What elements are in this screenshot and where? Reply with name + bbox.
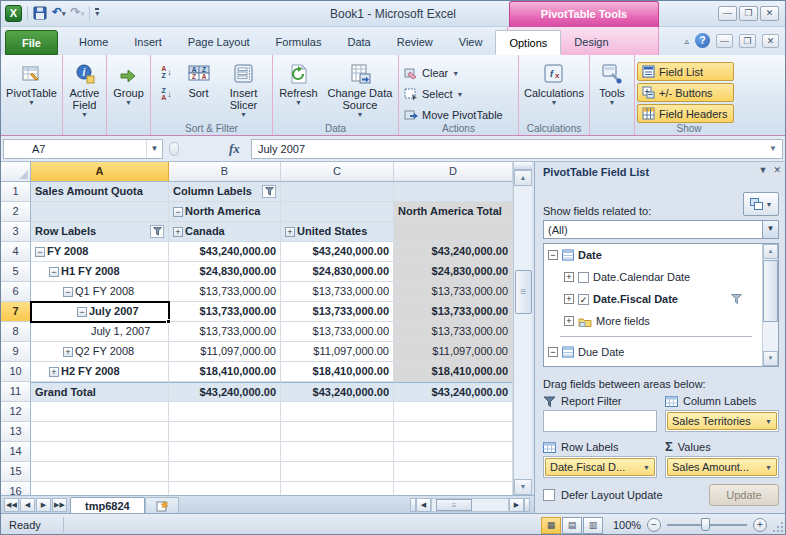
cell-C13[interactable] xyxy=(281,422,394,442)
expand-icon[interactable]: + xyxy=(564,294,574,304)
cell-C10[interactable]: $18,410,000.00 xyxy=(281,362,394,382)
cell-A10[interactable]: +H2 FY 2008 xyxy=(31,362,169,382)
cell-C15[interactable] xyxy=(281,462,394,482)
cell-A14[interactable] xyxy=(31,442,169,462)
dropdown-arrow-icon[interactable]: ▼ xyxy=(765,418,772,425)
sort-ascending-button[interactable]: AZ↓ xyxy=(156,62,178,82)
formula-input[interactable]: July 2007 xyxy=(251,139,783,159)
cell-A8[interactable]: July 1, 2007 xyxy=(31,322,169,342)
collapse-icon[interactable]: − xyxy=(35,247,45,257)
row-header-10[interactable]: 10 xyxy=(1,362,31,382)
select-button[interactable]: Select▼ xyxy=(401,85,506,103)
field-checkbox[interactable]: ✓ xyxy=(578,294,589,305)
horizontal-split-handle[interactable] xyxy=(524,498,530,512)
cell-B6[interactable]: $13,733,000.00 xyxy=(169,282,281,302)
column-header-D[interactable]: D xyxy=(394,162,513,182)
collapse-ribbon-icon[interactable]: ▵ xyxy=(684,36,689,46)
row-header-16[interactable]: 16 xyxy=(1,482,31,495)
collapse-icon[interactable]: − xyxy=(63,287,73,297)
move-pivottable-button[interactable]: Move PivotTable xyxy=(401,106,506,124)
column-header-C[interactable]: C xyxy=(281,162,394,182)
cell-C11[interactable]: $43,240,000.00 xyxy=(281,382,394,402)
column-header-B[interactable]: B xyxy=(169,162,281,182)
vertical-split-handle[interactable] xyxy=(514,162,532,170)
refresh-button[interactable]: Refresh ▼ xyxy=(275,58,322,106)
cell-A4[interactable]: −FY 2008 xyxy=(31,242,169,262)
field-chip-date-fiscal-d-[interactable]: Date.Fiscal D...▼ xyxy=(545,458,655,476)
cell-D1[interactable] xyxy=(394,182,513,202)
cell-D14[interactable] xyxy=(394,442,513,462)
tab-page-layout[interactable]: Page Layout xyxy=(175,30,263,55)
cell-C2[interactable] xyxy=(281,202,394,222)
row-header-2[interactable]: 2 xyxy=(1,202,31,222)
workbook-close-button[interactable]: ✕ xyxy=(762,34,779,48)
cell-D10[interactable]: $18,410,000.00 xyxy=(394,362,513,382)
previous-sheet-icon[interactable]: ◀ xyxy=(20,498,35,512)
cell-B12[interactable] xyxy=(169,402,281,422)
expand-icon[interactable]: + xyxy=(564,316,574,326)
expand-icon[interactable]: + xyxy=(63,347,73,357)
row-header-5[interactable]: 5 xyxy=(1,262,31,282)
row-header-4[interactable]: 4 xyxy=(1,242,31,262)
cell-B9[interactable]: $11,097,000.00 xyxy=(169,342,281,362)
tree-scroll-up-icon[interactable]: ▲ xyxy=(763,244,778,259)
formula-bar-splitter[interactable] xyxy=(169,142,179,156)
tab-file[interactable]: File xyxy=(5,30,58,55)
minimize-button[interactable]: — xyxy=(718,6,737,21)
sort-descending-button[interactable]: ZA↓ xyxy=(156,84,178,104)
cell-A1[interactable]: Sales Amount Quota xyxy=(31,182,169,202)
tab-design[interactable]: Design xyxy=(561,30,621,55)
row-header-14[interactable]: 14 xyxy=(1,442,31,462)
dropdown-arrow-icon[interactable]: ▼ xyxy=(643,464,650,471)
scroll-down-icon[interactable]: ▼ xyxy=(514,479,532,495)
vertical-scrollbar[interactable]: ▲ ▼ xyxy=(513,162,532,495)
cell-A2[interactable] xyxy=(31,202,169,222)
defer-layout-checkbox[interactable] xyxy=(543,489,555,501)
cell-A15[interactable] xyxy=(31,462,169,482)
field-tree-item-due-date[interactable]: −Due Date xyxy=(544,341,762,363)
close-button[interactable]: ✕ xyxy=(760,6,779,21)
cell-D9[interactable]: $11,097,000.00 xyxy=(394,342,513,362)
cell-C9[interactable]: $11,097,000.00 xyxy=(281,342,394,362)
select-all-corner[interactable] xyxy=(1,162,31,182)
expand-icon[interactable]: + xyxy=(173,227,183,237)
collapse-icon[interactable]: − xyxy=(77,307,87,317)
zoom-level[interactable]: 100% xyxy=(613,519,641,531)
first-sheet-icon[interactable]: ◀◀ xyxy=(4,498,19,512)
tab-home[interactable]: Home xyxy=(66,30,121,55)
next-sheet-icon[interactable]: ▶ xyxy=(36,498,51,512)
collapse-icon[interactable]: − xyxy=(173,207,183,217)
cell-D4[interactable]: $43,240,000.00 xyxy=(394,242,513,262)
resize-grip[interactable] xyxy=(771,522,783,534)
cell-D16[interactable] xyxy=(394,482,513,495)
insert-slicer-button[interactable]: Insert Slicer ▼ xyxy=(220,58,268,118)
row-header-13[interactable]: 13 xyxy=(1,422,31,442)
cell-D11[interactable]: $43,240,000.00 xyxy=(394,382,513,402)
area-box-column-labels[interactable]: Sales Territories▼ xyxy=(665,410,779,432)
cell-D13[interactable] xyxy=(394,422,513,442)
show-fields-dropdown[interactable]: (All) ▼ xyxy=(543,220,779,239)
scroll-up-icon[interactable]: ▲ xyxy=(514,170,532,186)
field-headers-toggle[interactable]: Field Headers xyxy=(637,104,734,123)
cell-A13[interactable] xyxy=(31,422,169,442)
cell-D2[interactable]: North America Total xyxy=(394,202,513,222)
row-header-7[interactable]: 7 xyxy=(1,302,31,322)
group-button[interactable]: Group ▼ xyxy=(113,58,144,106)
pivottable-button[interactable]: PivotTable ▼ xyxy=(6,58,57,106)
scroll-right-icon[interactable]: ▶ xyxy=(509,498,524,512)
cell-B10[interactable]: $18,410,000.00 xyxy=(169,362,281,382)
cell-C3[interactable]: +United States xyxy=(281,222,394,242)
expand-icon[interactable]: + xyxy=(49,367,59,377)
cell-C7[interactable]: $13,733,000.00 xyxy=(281,302,394,322)
last-sheet-icon[interactable]: ▶▶ xyxy=(52,498,67,512)
clear-button[interactable]: Clear▼ xyxy=(401,64,506,82)
zoom-out-icon[interactable]: − xyxy=(647,518,661,532)
cell-C16[interactable] xyxy=(281,482,394,495)
collapse-icon[interactable]: − xyxy=(548,250,558,260)
cell-A6[interactable]: −Q1 FY 2008 xyxy=(31,282,169,302)
field-chip-sales-territories[interactable]: Sales Territories▼ xyxy=(667,412,777,430)
cell-A11[interactable]: Grand Total xyxy=(31,382,169,402)
workbook-restore-button[interactable]: ❐ xyxy=(739,34,756,48)
insert-function-icon[interactable]: fx xyxy=(229,141,240,157)
change-data-source-button[interactable]: Change Data Source ▼ xyxy=(324,58,396,118)
